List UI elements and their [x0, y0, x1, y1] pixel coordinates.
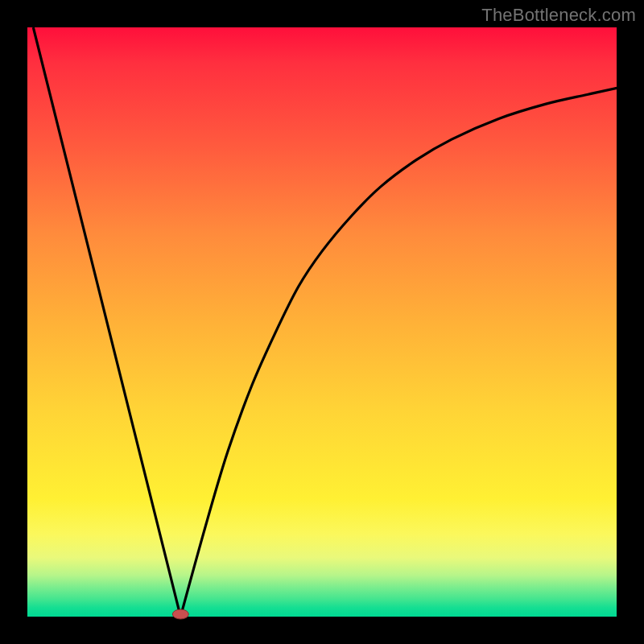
chart-frame: TheBottleneck.com — [0, 0, 644, 644]
bottleneck-curve — [33, 27, 618, 617]
watermark-text: TheBottleneck.com — [481, 5, 636, 26]
minimum-marker — [172, 609, 188, 619]
curve-layer — [27, 27, 617, 617]
